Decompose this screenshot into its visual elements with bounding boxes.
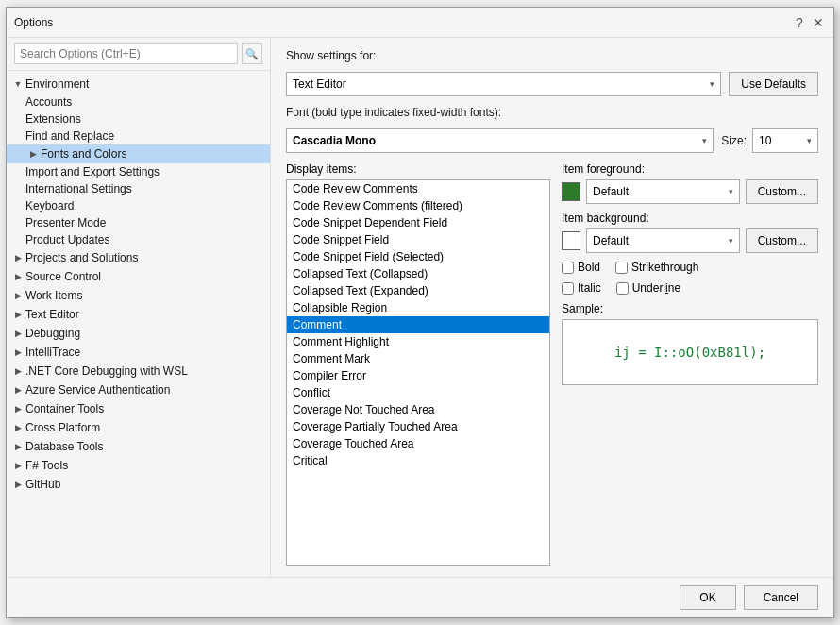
tree-item-keyboard[interactable]: Keyboard — [7, 197, 270, 214]
foreground-swatch — [562, 182, 580, 201]
display-items-list[interactable]: Code Review Comments Code Review Comment… — [286, 179, 550, 566]
list-item-coverage-partially-touched[interactable]: Coverage Partially Touched Area — [287, 418, 549, 435]
background-custom-button[interactable]: Custom... — [746, 228, 818, 253]
sample-group: Sample: ij = I::oO(0xB81l); — [562, 302, 818, 385]
underline-checkbox-label[interactable]: Underline — [616, 281, 680, 295]
display-items-col: Display items: Code Review Comments Code… — [286, 162, 550, 566]
foreground-arrow: ▾ — [729, 187, 733, 196]
list-item-code-snippet-selected[interactable]: Code Snippet Field (Selected) — [287, 248, 549, 265]
list-item-comment-mark[interactable]: Comment Mark — [287, 350, 549, 367]
tree-item-work-items[interactable]: ▶ Work Items — [7, 286, 270, 305]
tree-item-database-tools[interactable]: ▶ Database Tools — [7, 437, 270, 456]
tree-item-presenter-mode[interactable]: Presenter Mode — [7, 214, 270, 231]
tree-label-fsharp-tools: F# Tools — [25, 459, 68, 472]
size-dropdown[interactable]: 10 ▾ — [752, 128, 818, 153]
show-settings-row: Show settings for: — [286, 49, 818, 62]
expander-fonts-colors: ▶ — [25, 146, 41, 161]
tree-item-container-tools[interactable]: ▶ Container Tools — [7, 399, 270, 418]
tree-label-source-control: Source Control — [25, 270, 101, 283]
cancel-button[interactable]: Cancel — [744, 585, 818, 610]
tree-item-fonts-colors[interactable]: ▶ Fonts and Colors — [7, 144, 270, 163]
foreground-label: Item foreground: — [562, 162, 818, 176]
strikethrough-checkbox-label[interactable]: Strikethrough — [615, 261, 698, 274]
foreground-custom-button[interactable]: Custom... — [746, 179, 818, 204]
tree-item-intellitrace[interactable]: ▶ IntelliTrace — [7, 343, 270, 362]
list-item-code-review-comments[interactable]: Code Review Comments — [287, 180, 549, 197]
tree-item-fsharp-tools[interactable]: ▶ F# Tools — [7, 456, 270, 475]
list-item-coverage-not-touched[interactable]: Coverage Not Touched Area — [287, 401, 549, 418]
size-value: 10 — [759, 134, 771, 147]
list-item-code-snippet-dependent[interactable]: Code Snippet Dependent Field — [287, 214, 549, 231]
help-button[interactable]: ? — [792, 15, 807, 30]
tree-label-find-replace: Find and Replace — [25, 129, 114, 143]
tree-label-fonts-colors: Fonts and Colors — [41, 147, 126, 160]
foreground-group: Item foreground: Default ▾ Custom... — [562, 162, 818, 204]
tree-label-container-tools: Container Tools — [25, 402, 104, 415]
tree-label-projects-solutions: Projects and Solutions — [25, 251, 138, 264]
bold-checkbox-label[interactable]: Bold — [562, 261, 600, 274]
expander-source-control: ▶ — [10, 269, 25, 284]
font-label-row: Font (bold type indicates fixed-width fo… — [286, 106, 818, 119]
list-item-critical[interactable]: Critical — [287, 452, 549, 469]
search-button[interactable]: 🔍 — [242, 43, 262, 64]
tree-item-source-control[interactable]: ▶ Source Control — [7, 267, 270, 286]
search-box: 🔍 — [7, 38, 270, 71]
list-item-collapsible-region[interactable]: Collapsible Region — [287, 299, 549, 316]
tree-item-debugging[interactable]: ▶ Debugging — [7, 324, 270, 343]
list-item-compiler-error[interactable]: Compiler Error — [287, 367, 549, 384]
tree-item-projects-solutions[interactable]: ▶ Projects and Solutions — [7, 248, 270, 267]
search-input[interactable] — [14, 43, 238, 64]
tree-item-environment[interactable]: ▼ Environment — [7, 75, 270, 93]
expander-github: ▶ — [10, 477, 25, 492]
tree-item-net-core[interactable]: ▶ .NET Core Debugging with WSL — [7, 362, 270, 380]
font-dropdown[interactable]: Cascadia Mono ▾ — [286, 128, 714, 153]
tree-item-azure-auth[interactable]: ▶ Azure Service Authentication — [7, 380, 270, 399]
size-label: Size: — [721, 134, 747, 147]
background-row: Default ▾ Custom... — [562, 228, 818, 253]
tree-label-azure-auth: Azure Service Authentication — [25, 383, 170, 397]
tree-item-extensions[interactable]: Extensions — [7, 110, 270, 127]
background-group: Item background: Default ▾ Custom... — [562, 211, 818, 253]
tree-item-find-replace[interactable]: Find and Replace — [7, 127, 270, 144]
list-item-collapsed-text-collapsed[interactable]: Collapsed Text (Collapsed) — [287, 265, 549, 282]
italic-checkbox-label[interactable]: Italic — [562, 281, 601, 295]
strikethrough-checkbox[interactable] — [615, 262, 628, 274]
list-item-comment-highlight[interactable]: Comment Highlight — [287, 333, 549, 350]
list-item-conflict[interactable]: Conflict — [287, 384, 549, 401]
tree-item-cross-platform[interactable]: ▶ Cross Platform — [7, 418, 270, 437]
underline-label: Underline — [632, 281, 680, 295]
list-item-comment[interactable]: Comment — [287, 316, 549, 333]
tree-item-international[interactable]: International Settings — [7, 180, 270, 197]
tree-item-import-export[interactable]: Import and Export Settings — [7, 163, 270, 180]
font-row: Cascadia Mono ▾ Size: 10 ▾ — [286, 128, 818, 153]
italic-checkbox[interactable] — [562, 282, 574, 295]
background-dropdown[interactable]: Default ▾ — [586, 228, 740, 253]
tree-item-text-editor[interactable]: ▶ Text Editor — [7, 305, 270, 324]
bold-checkbox[interactable] — [562, 262, 574, 274]
foreground-dropdown[interactable]: Default ▾ — [586, 179, 740, 204]
expander-intellitrace: ▶ — [10, 345, 25, 360]
tree-item-accounts[interactable]: Accounts — [7, 93, 270, 110]
list-item-coverage-touched[interactable]: Coverage Touched Area — [287, 435, 549, 452]
close-button[interactable]: ✕ — [811, 15, 826, 30]
tree-label-accounts: Accounts — [25, 95, 72, 109]
ok-button[interactable]: OK — [680, 585, 735, 610]
tree-label-text-editor: Text Editor — [25, 308, 79, 321]
tree-item-github[interactable]: ▶ GitHub — [7, 475, 270, 494]
use-defaults-button[interactable]: Use Defaults — [729, 72, 818, 96]
underline-checkbox[interactable] — [616, 282, 629, 295]
style-checkboxes-row1: Bold Strikethrough — [562, 261, 818, 274]
background-arrow: ▾ — [729, 236, 733, 245]
list-item-code-snippet-field[interactable]: Code Snippet Field — [287, 231, 549, 248]
tree-label-product-updates: Product Updates — [25, 233, 109, 246]
show-settings-dropdown[interactable]: Text Editor ▾ — [286, 72, 721, 96]
tree-label-work-items: Work Items — [25, 289, 82, 302]
title-bar: Options ? ✕ — [7, 8, 833, 38]
tree-item-product-updates[interactable]: Product Updates — [7, 231, 270, 248]
tree-label-environment: Environment — [25, 77, 89, 91]
tree-panel: ▼ Environment Accounts Extensions Find a… — [7, 71, 270, 577]
background-swatch — [562, 231, 580, 250]
dialog-body: 🔍 ▼ Environment Accounts Extensions Find… — [7, 38, 833, 577]
list-item-code-review-filtered[interactable]: Code Review Comments (filtered) — [287, 197, 549, 214]
list-item-collapsed-text-expanded[interactable]: Collapsed Text (Expanded) — [287, 282, 549, 299]
